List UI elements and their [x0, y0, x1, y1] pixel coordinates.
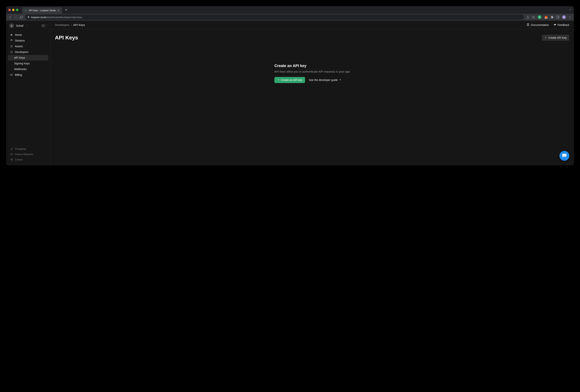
footer-label: Feature Requests	[15, 153, 33, 156]
menu-icon[interactable]	[569, 16, 572, 19]
topbar: Developers / API Keys Documentation Feed…	[50, 20, 574, 29]
browser-chrome: API Keys - Livepeer Studio ✕ + li	[6, 6, 574, 20]
nav-item-streams[interactable]: Streams	[8, 38, 48, 43]
nav-label: Streams	[15, 39, 25, 42]
plus-icon	[545, 36, 547, 39]
button-label: Create an API key	[281, 79, 302, 82]
create-api-key-button[interactable]: Create API Key	[542, 35, 569, 41]
svg-point-10	[11, 40, 12, 41]
nav-reload-button[interactable]	[20, 16, 23, 19]
nav-item-assets[interactable]: Assets	[8, 43, 48, 49]
page-content: API Keys Create API Key Create an API ke…	[50, 29, 574, 165]
svg-point-9	[570, 18, 571, 18]
footer-changelog[interactable]: Changelog	[8, 146, 48, 152]
nav-item-webhooks[interactable]: Webhooks	[8, 66, 48, 72]
link-label: Feedback	[558, 23, 569, 26]
tabs-dropdown-icon[interactable]	[569, 8, 572, 12]
page-header: API Keys Create API Key	[55, 35, 569, 41]
empty-state-actions: Create an API key See the developer guid…	[274, 77, 350, 83]
empty-state-description: API keys allow you to authenticate API r…	[274, 70, 350, 73]
new-tab-button[interactable]: +	[65, 8, 67, 12]
sidebar-header: S Suhail ☾	[6, 20, 50, 31]
create-api-key-primary-button[interactable]: Create an API key	[274, 77, 305, 83]
svg-marker-4	[532, 16, 535, 18]
nav-item-home[interactable]: Home	[8, 32, 48, 38]
nav-forward-button[interactable]	[14, 15, 17, 19]
svg-point-7	[570, 16, 571, 16]
address-bar[interactable]: livepeer.studio/dashboard/developers/api…	[25, 14, 524, 20]
rocket-icon	[10, 147, 13, 150]
sidebar: S Suhail ☾ Home Streams	[6, 20, 50, 165]
bookmark-icon[interactable]	[532, 16, 535, 19]
user-avatar[interactable]: S	[9, 23, 14, 28]
app-root: S Suhail ☾ Home Streams	[6, 20, 574, 165]
page-title: API Keys	[55, 35, 78, 41]
moon-icon: ☾	[44, 24, 47, 27]
megaphone-icon	[554, 23, 556, 26]
sidebar-nav: Home Streams Assets Developers API Keys	[6, 31, 50, 145]
empty-state-title: Create an API key	[274, 64, 350, 68]
footer-contact[interactable]: Contact	[8, 157, 48, 162]
svg-point-8	[570, 17, 571, 17]
window-maximize-button[interactable]	[16, 9, 18, 11]
button-label: Create API Key	[548, 36, 567, 39]
svg-point-3	[26, 11, 26, 11]
svg-line-23	[340, 80, 340, 80]
toolbar-icons: G 🦊 S	[526, 15, 572, 19]
tab-strip: API Keys - Livepeer Studio ✕ +	[6, 6, 574, 14]
nav-item-billing[interactable]: Billing	[8, 72, 48, 78]
external-link-icon	[339, 79, 341, 82]
chevron-down-icon[interactable]	[26, 24, 28, 27]
nav-label: Assets	[15, 45, 23, 48]
tab-close-icon[interactable]: ✕	[57, 9, 60, 12]
terminal-icon	[10, 50, 13, 54]
home-icon	[10, 33, 13, 36]
browser-tab[interactable]: API Keys - Livepeer Studio ✕	[22, 7, 62, 14]
nav-label: Signing Keys	[14, 62, 30, 65]
tab-title: API Keys - Livepeer Studio	[29, 9, 56, 12]
documentation-link[interactable]: Documentation	[527, 23, 549, 26]
svg-rect-12	[10, 51, 12, 53]
empty-state: Create an API key API keys allow you to …	[274, 64, 350, 83]
nav-label: Billing	[15, 73, 22, 76]
window-minimize-button[interactable]	[12, 9, 14, 11]
feedback-link[interactable]: Feedback	[554, 23, 569, 26]
main-content: Developers / API Keys Documentation Feed…	[50, 20, 574, 165]
breadcrumb-separator: /	[71, 23, 72, 26]
book-icon	[527, 23, 529, 26]
link-label: See the developer guide	[309, 79, 338, 82]
user-name[interactable]: Suhail	[16, 24, 23, 27]
panel-icon[interactable]	[556, 16, 559, 19]
nav-item-developers[interactable]: Developers	[8, 49, 48, 55]
topbar-links: Documentation Feedback	[527, 23, 569, 26]
breadcrumb-item-current: API Keys	[73, 23, 85, 26]
stream-icon	[10, 39, 13, 42]
chat-fab[interactable]	[559, 151, 569, 161]
footer-label: Contact	[15, 158, 23, 161]
theme-toggle[interactable]: ☾	[41, 24, 47, 27]
svg-point-2	[25, 11, 25, 11]
svg-rect-11	[10, 46, 12, 47]
tab-favicon-icon	[24, 9, 27, 12]
plus-icon	[277, 79, 279, 82]
developer-guide-link[interactable]: See the developer guide	[309, 79, 341, 82]
nav-back-button[interactable]	[8, 15, 12, 19]
window-close-button[interactable]	[8, 9, 11, 11]
billing-icon	[10, 73, 13, 76]
nav-item-api-keys[interactable]: API Keys	[8, 55, 48, 61]
nav-label: API Keys	[14, 56, 25, 59]
nav-label: Developers	[15, 50, 28, 54]
extension-metamask-icon[interactable]: 🦊	[544, 15, 548, 19]
profile-avatar-icon[interactable]: S	[562, 15, 566, 19]
share-icon[interactable]	[526, 16, 529, 19]
footer-feature-requests[interactable]: Feature Requests	[8, 152, 48, 157]
extensions-icon[interactable]	[551, 16, 554, 19]
url-text: livepeer.studio/dashboard/developers/api…	[31, 16, 82, 19]
nav-item-signing-keys[interactable]: Signing Keys	[8, 61, 48, 66]
footer-label: Changelog	[15, 148, 26, 150]
browser-window: API Keys - Livepeer Studio ✕ + li	[6, 6, 574, 165]
breadcrumb-item[interactable]: Developers	[55, 23, 69, 26]
send-icon	[10, 158, 13, 161]
extension-grammarly-icon[interactable]: G	[538, 15, 542, 19]
chat-icon	[10, 153, 13, 156]
